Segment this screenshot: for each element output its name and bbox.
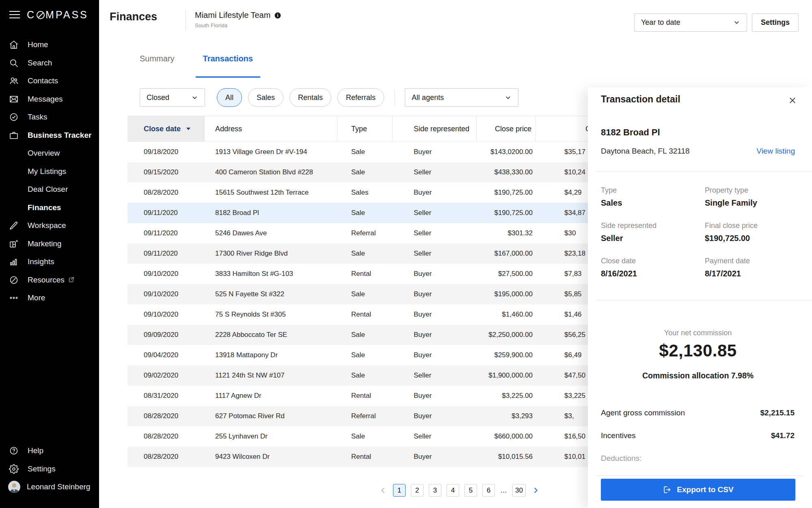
close-icon[interactable] [788, 96, 798, 105]
tab[interactable]: Transactions [203, 54, 253, 63]
cell-close-price: $195,000.00 [477, 290, 536, 298]
sidebar-item[interactable]: Workspace [0, 217, 99, 235]
table-row[interactable]: 09/18/2020 1913 Village Green Dr #V-194 … [127, 142, 637, 162]
compass-logo[interactable]: CMPASS [27, 9, 89, 21]
agents-select[interactable]: All agents [405, 88, 518, 107]
table-row[interactable]: 08/28/2020 15615 Southwest 12th Terrace … [127, 182, 637, 203]
cell-type: Sale [337, 371, 393, 380]
panel-divider [596, 300, 812, 300]
cell-close-date: 09/04/2020 [127, 351, 205, 359]
table-row[interactable]: 09/04/2020 13918 Mattapony Dr Sale Buyer… [127, 345, 637, 365]
column-header-type[interactable]: Type [337, 116, 393, 141]
type-pill[interactable]: Rentals [289, 88, 331, 107]
page-button[interactable]: 4 [447, 484, 459, 497]
page-button[interactable]: 3 [429, 484, 441, 497]
table-row[interactable]: 09/15/2020 400 Cameron Station Blvd #228… [127, 162, 637, 182]
cell-type: Rental [337, 392, 393, 400]
column-header-address[interactable]: Address [205, 116, 337, 141]
cell-type: Referral [337, 229, 393, 237]
sidebar-item[interactable]: Contacts [0, 72, 99, 90]
sidebar-item[interactable]: Tasks [0, 108, 99, 126]
cell-side: Buyer [393, 290, 477, 298]
page-button[interactable]: 30 [512, 484, 526, 497]
sidebar-item[interactable]: Search [0, 54, 99, 72]
next-page-button[interactable] [531, 486, 540, 494]
table-row[interactable]: 08/28/2020 627 Potomac River Rd Referral… [127, 406, 637, 426]
sidebar-item[interactable]: Resources [0, 271, 99, 289]
cell-close-date: 09/11/2020 [127, 209, 205, 217]
cell-side: Seller [393, 229, 477, 237]
settings-button[interactable]: Settings [752, 13, 799, 32]
table-row[interactable]: 08/31/2020 1117 Agnew Dr Rental Buyer $3… [127, 386, 637, 406]
sidebar-item[interactable]: Help [0, 442, 99, 460]
column-header-side[interactable]: Side represented [393, 116, 477, 141]
table-row[interactable]: 09/10/2020 3833 Hamilton St #G-103 Renta… [127, 264, 637, 284]
briefcase-icon [9, 130, 19, 140]
prev-page-button[interactable] [378, 486, 388, 494]
page-button[interactable]: … [500, 484, 507, 497]
table-row[interactable]: 08/28/2020 9423 Wilcoxen Dr Rental Buyer… [127, 447, 637, 467]
date-range-select[interactable]: Year to date [634, 13, 747, 32]
sidebar-item[interactable]: Business Tracker [0, 126, 99, 145]
logo-text: MPASS [45, 9, 89, 21]
table-row[interactable]: 09/11/2020 5246 Dawes Ave Referral Selle… [127, 223, 637, 243]
cell-side: Seller [393, 209, 477, 217]
sidebar-item[interactable]: Finances [0, 199, 99, 217]
sidebar-item[interactable]: Deal Closer [0, 180, 99, 199]
chevron-right-icon [532, 486, 540, 494]
user-menu[interactable]: Leonard Steinberg [0, 478, 99, 496]
export-csv-button[interactable]: Expport to CSV [601, 479, 795, 501]
cell-close-price: $190,725.00 [477, 209, 536, 217]
team-name: Miami Lifestyle Team [195, 11, 270, 20]
net-commission-label: Your net commission [601, 329, 795, 337]
sidebar-item[interactable]: Settings [0, 460, 99, 478]
page-button[interactable]: 1 [393, 484, 406, 497]
sidebar-item[interactable]: Insights [0, 253, 99, 271]
cell-close-date: 09/09/2020 [127, 331, 205, 339]
sidebar-item[interactable]: Overview [0, 144, 99, 163]
sidebar-item[interactable]: Marketing [0, 235, 99, 253]
type-pill[interactable]: All [217, 88, 242, 107]
detail-field: Payment date 8/17/2021 [705, 257, 758, 278]
table-row[interactable]: 09/02/2020 1121 24th St NW #107 Sale Sel… [127, 365, 637, 386]
status-select[interactable]: Closed [140, 88, 205, 107]
team-region: South Florida [195, 22, 281, 28]
page-button[interactable]: 6 [482, 484, 495, 497]
contacts-icon [9, 76, 19, 86]
marketing-icon [9, 239, 19, 249]
sidebar-item[interactable]: Messages [0, 90, 99, 109]
table-row[interactable]: 08/28/2020 255 Lynhaven Dr Sale Seller $… [127, 426, 637, 447]
column-header-close-date[interactable]: Close date [127, 116, 205, 141]
sidebar-item[interactable]: Home [0, 36, 99, 54]
page-title: Finances [110, 11, 157, 23]
cell-address: 525 N Fayette St #322 [205, 290, 337, 298]
type-pill[interactable]: Sales [248, 88, 283, 107]
chevron-down-icon [191, 94, 198, 101]
view-listing-link[interactable]: View listing [756, 147, 795, 156]
sort-desc-icon [186, 128, 190, 130]
table-row[interactable]: 09/11/2020 8182 Broad Pl Sale Seller $19… [127, 203, 637, 223]
cell-side: Seller [393, 250, 477, 258]
table-row[interactable]: 09/11/2020 17300 River Ridge Blvd Sale S… [127, 243, 637, 264]
chevron-down-icon [733, 19, 740, 26]
cell-type: Rental [337, 270, 393, 278]
panel-divider [596, 172, 812, 172]
panel-divider [596, 475, 804, 476]
column-header-close-price[interactable]: Close price [477, 116, 536, 141]
table-row[interactable]: 09/10/2020 525 N Fayette St #322 Sale Bu… [127, 284, 637, 304]
help-icon [9, 446, 19, 456]
sidebar-item[interactable]: My Listings [0, 163, 99, 181]
sidebar-item[interactable]: More [0, 289, 99, 307]
cell-close-price: $2,250,000.00 [477, 331, 536, 339]
info-icon[interactable] [274, 12, 281, 19]
page-button[interactable]: 2 [411, 484, 423, 497]
cell-close-date: 09/10/2020 [127, 270, 205, 278]
table-row[interactable]: 09/09/2020 2228 Abboccato Ter SE Sale Bu… [127, 325, 637, 345]
table-row[interactable]: 09/10/2020 75 S Reynolds St #305 Rental … [127, 304, 637, 325]
hamburger-menu-icon[interactable] [9, 11, 20, 18]
net-commission-amount: $2,130.85 [601, 341, 795, 360]
page-button[interactable]: 5 [464, 484, 477, 497]
tab[interactable]: Summary [140, 54, 175, 63]
type-pill[interactable]: Referrals [337, 88, 384, 107]
detail-field: Final close price $190,725.00 [705, 221, 758, 243]
